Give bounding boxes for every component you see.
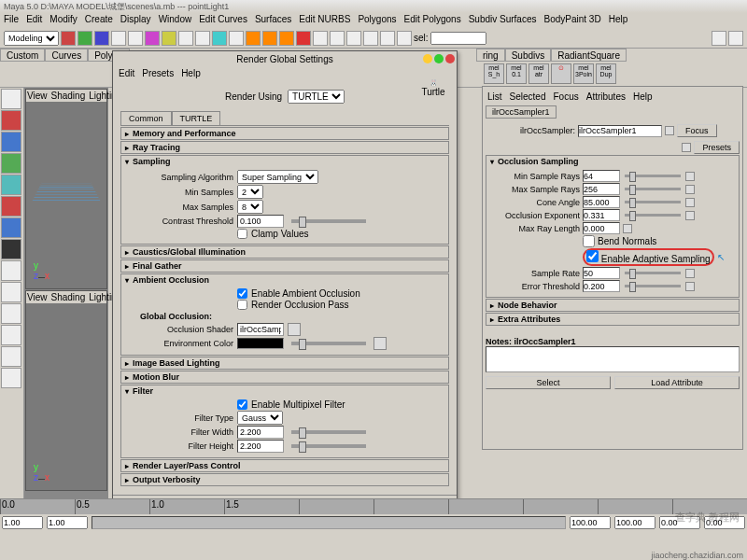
select-tool-icon[interactable] (1, 89, 21, 109)
max-rays-input[interactable] (583, 183, 620, 195)
ae-node-input[interactable] (578, 125, 662, 137)
filter-height-slider[interactable] (291, 444, 366, 448)
snap-icon[interactable] (279, 31, 294, 46)
section-ao-head[interactable]: Ambient Occlusion (121, 274, 448, 286)
map-icon[interactable] (288, 323, 301, 336)
toolbar-icon[interactable] (728, 31, 743, 46)
connect-icon[interactable] (685, 185, 695, 194)
env-color-swatch[interactable] (237, 338, 284, 349)
section-renderlayer[interactable]: Render Layer/Pass Control (120, 459, 449, 472)
lasso-tool-icon[interactable] (1, 110, 21, 131)
map-icon[interactable] (374, 337, 387, 350)
tool-icon[interactable] (1, 239, 21, 259)
layout-icon[interactable] (1, 260, 21, 281)
shelf-icon[interactable]: ⊙ (551, 63, 571, 84)
layout-icon[interactable] (1, 325, 21, 345)
connect-icon[interactable] (685, 172, 695, 181)
clamp-checkbox[interactable] (237, 229, 247, 239)
ae-section-nodebehavior[interactable]: Node Behavior (486, 299, 740, 312)
contrast-slider[interactable] (291, 219, 366, 223)
shelf-icon[interactable]: mel 3Poin (573, 63, 594, 84)
minimize-icon[interactable] (423, 54, 432, 63)
focus-button[interactable]: Focus (677, 124, 717, 137)
contrast-input[interactable] (237, 215, 284, 228)
menu-editcurves[interactable]: Edit Curves (199, 14, 247, 27)
close-icon[interactable] (445, 54, 455, 63)
adaptive-checkbox[interactable] (586, 250, 599, 262)
section-motionblur[interactable]: Motion Blur (120, 371, 449, 384)
connect-icon[interactable] (685, 282, 695, 291)
shelf-tab-ring[interactable]: ring (476, 49, 505, 62)
toolbar-icon[interactable] (61, 31, 76, 46)
menu-subdiv[interactable]: Subdiv Surfaces (469, 14, 537, 27)
ae-menu-list[interactable]: List (487, 91, 502, 102)
section-sampling-head[interactable]: Sampling (121, 156, 448, 167)
filter-width-input[interactable] (237, 426, 284, 439)
sel-input[interactable] (430, 32, 486, 45)
menu-window[interactable]: Window (159, 14, 192, 27)
section-finalgather[interactable]: Final Gather (120, 259, 449, 273)
layout-icon[interactable] (1, 282, 21, 302)
scale-tool-icon[interactable] (1, 175, 21, 195)
occ-shader-input[interactable] (237, 323, 284, 336)
dlg-menu-edit[interactable]: Edit (119, 68, 134, 78)
toolbar-icon[interactable] (78, 31, 92, 46)
ae-section-occlusion-head[interactable]: Occlusion Sampling (486, 156, 739, 167)
toolbar-icon[interactable] (229, 31, 244, 46)
range-end-input[interactable] (614, 516, 655, 529)
section-output[interactable]: Output Verbosity (120, 473, 449, 486)
toolbar-icon[interactable] (178, 31, 193, 46)
exp-slider[interactable] (625, 214, 681, 217)
shelf-icon[interactable]: mel 0.1 (506, 63, 527, 84)
menu-modify[interactable]: Modify (49, 14, 77, 27)
tool-icon[interactable] (1, 217, 21, 238)
shelf-icon[interactable]: mel atr (529, 63, 549, 84)
toolbar-icon[interactable] (128, 31, 143, 46)
range-slider[interactable] (92, 516, 566, 529)
rate-slider[interactable] (625, 272, 681, 274)
cone-input[interactable] (583, 196, 620, 208)
playback-end-input[interactable] (570, 516, 611, 529)
layout-icon[interactable] (1, 303, 21, 324)
connect-icon[interactable] (623, 224, 632, 233)
sampling-algo-dropdown[interactable]: Super Sampling (237, 170, 318, 184)
enable-ao-checkbox[interactable] (237, 288, 247, 299)
section-filter-head[interactable]: Filter (121, 385, 448, 397)
shelf-tab-radiant[interactable]: RadiantSquare (551, 49, 627, 62)
time-ruler[interactable]: 0.00.51.01.5 (0, 499, 747, 514)
section-raytracing[interactable]: Ray Tracing (120, 141, 449, 154)
env-color-slider[interactable] (291, 342, 366, 345)
notes-textarea[interactable] (486, 346, 740, 372)
snap-icon[interactable] (262, 31, 277, 46)
ae-menu-attributes[interactable]: Attributes (586, 91, 626, 102)
toolbar-icon[interactable] (212, 31, 227, 46)
menu-display[interactable]: Display (120, 14, 151, 27)
layout-icon[interactable] (1, 346, 21, 367)
menu-create[interactable]: Create (85, 14, 113, 27)
section-caustics[interactable]: Caustics/Global Illumination (120, 245, 449, 259)
snap-icon[interactable] (246, 31, 261, 46)
shelf-tab-custom[interactable]: Custom (0, 49, 45, 62)
render-icon[interactable] (380, 31, 395, 46)
err-input[interactable] (583, 280, 620, 292)
presets-button[interactable]: Presets (694, 141, 740, 154)
bend-checkbox[interactable] (583, 235, 595, 247)
menu-help[interactable]: Help (609, 14, 628, 27)
toolbar-icon[interactable] (111, 31, 126, 46)
shelf-icon[interactable]: mel Dup (596, 63, 616, 84)
render-using-dropdown[interactable]: TURTLE (288, 90, 345, 104)
render-pass-checkbox[interactable] (237, 300, 247, 310)
err-slider[interactable] (625, 285, 681, 287)
min-rays-input[interactable] (583, 170, 620, 182)
magnet-icon[interactable] (296, 31, 311, 46)
menu-editpolygons[interactable]: Edit Polygons (404, 14, 461, 27)
ae-menu-focus[interactable]: Focus (553, 91, 578, 102)
cone-slider[interactable] (625, 201, 681, 203)
tab-common[interactable]: Common (120, 111, 172, 125)
toolbar-icon[interactable] (313, 31, 328, 46)
toolbar-icon[interactable] (195, 31, 210, 46)
rate-input[interactable] (583, 267, 620, 279)
playback-start-input[interactable] (47, 516, 88, 529)
render-icon[interactable] (346, 31, 361, 46)
section-memory[interactable]: Memory and Performance (120, 127, 449, 140)
